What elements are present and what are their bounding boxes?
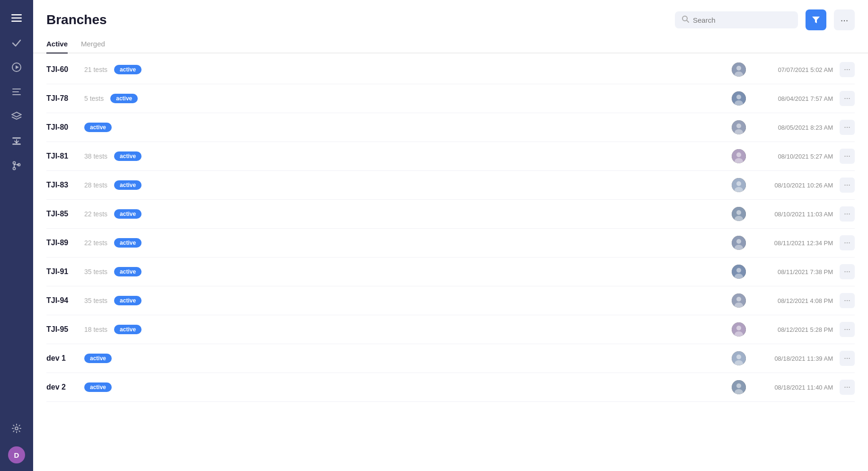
avatar bbox=[732, 91, 746, 106]
row-more-button[interactable]: ··· bbox=[840, 120, 855, 135]
row-more-button[interactable]: ··· bbox=[840, 235, 855, 250]
svg-rect-7 bbox=[12, 94, 21, 95]
status-badge: active bbox=[114, 296, 142, 305]
svg-point-54 bbox=[736, 383, 741, 388]
branch-icon[interactable] bbox=[6, 155, 27, 176]
table-row: dev 2 active 08/18/2021 11:40 AM ··· bbox=[46, 373, 855, 402]
svg-point-13 bbox=[13, 168, 16, 170]
svg-point-12 bbox=[13, 162, 16, 164]
branch-name: TJI-89 bbox=[46, 239, 80, 247]
check-icon[interactable] bbox=[6, 32, 27, 53]
table-row: TJI-78 5 tests active 08/04/2021 7:57 AM… bbox=[46, 84, 855, 113]
branch-row-right: 08/18/2021 11:40 AM ··· bbox=[732, 380, 855, 395]
svg-point-51 bbox=[736, 355, 741, 359]
svg-point-30 bbox=[736, 152, 741, 157]
branch-date: 08/10/2021 5:27 AM bbox=[753, 153, 833, 160]
import-icon[interactable] bbox=[6, 131, 27, 151]
list-icon[interactable] bbox=[6, 81, 27, 102]
branch-name: TJI-94 bbox=[46, 296, 80, 305]
avatar bbox=[732, 178, 746, 192]
row-more-button[interactable]: ··· bbox=[840, 91, 855, 106]
row-more-button[interactable]: ··· bbox=[840, 178, 855, 193]
branch-row-right: 08/11/2021 7:38 PM ··· bbox=[732, 264, 855, 279]
branch-tests: 28 tests bbox=[84, 181, 107, 189]
svg-point-27 bbox=[736, 124, 741, 128]
table-row: TJI-83 28 tests active 08/10/2021 10:26 … bbox=[46, 171, 855, 200]
more-options-button[interactable]: ··· bbox=[834, 9, 855, 30]
table-row: dev 1 active 08/18/2021 11:39 AM ··· bbox=[46, 344, 855, 373]
row-more-button[interactable]: ··· bbox=[840, 206, 855, 222]
avatar[interactable]: D bbox=[8, 446, 25, 463]
svg-point-45 bbox=[736, 297, 741, 302]
branch-date: 08/11/2021 7:38 PM bbox=[753, 268, 833, 275]
status-badge: active bbox=[84, 123, 112, 132]
branch-row-right: 08/10/2021 5:27 AM ··· bbox=[732, 149, 855, 164]
status-badge: active bbox=[114, 209, 142, 219]
svg-rect-1 bbox=[11, 18, 22, 19]
branch-name: TJI-81 bbox=[46, 152, 80, 160]
play-icon[interactable] bbox=[6, 57, 27, 78]
row-more-button[interactable]: ··· bbox=[840, 149, 855, 164]
branch-name: TJI-95 bbox=[46, 325, 80, 334]
avatar bbox=[732, 236, 746, 250]
search-input[interactable] bbox=[693, 16, 791, 24]
branch-tests: 22 tests bbox=[84, 239, 107, 247]
filter-button[interactable] bbox=[806, 9, 826, 30]
svg-rect-6 bbox=[12, 91, 19, 92]
branch-date: 08/10/2021 11:03 AM bbox=[753, 211, 833, 218]
branch-date: 08/10/2021 10:26 AM bbox=[753, 182, 833, 189]
avatar bbox=[732, 265, 746, 279]
status-badge: active bbox=[84, 382, 112, 392]
svg-rect-9 bbox=[12, 137, 21, 139]
table-row: TJI-95 18 tests active 08/12/2021 5:28 P… bbox=[46, 315, 855, 344]
branch-name: dev 2 bbox=[46, 383, 80, 391]
svg-point-24 bbox=[736, 95, 741, 99]
branch-row-right: 08/10/2021 10:26 AM ··· bbox=[732, 178, 855, 193]
branch-row-right: 08/04/2021 7:57 AM ··· bbox=[732, 91, 855, 106]
branch-row-right: 08/10/2021 11:03 AM ··· bbox=[732, 206, 855, 222]
svg-marker-4 bbox=[16, 65, 19, 69]
tab-active[interactable]: Active bbox=[46, 36, 68, 53]
branch-tests: 18 tests bbox=[84, 326, 107, 333]
layers-icon[interactable] bbox=[6, 106, 27, 127]
branch-tests: 38 tests bbox=[84, 152, 107, 160]
row-more-button[interactable]: ··· bbox=[840, 380, 855, 395]
branch-row-right: 08/12/2021 5:28 PM ··· bbox=[732, 322, 855, 337]
avatar bbox=[732, 149, 746, 163]
svg-rect-5 bbox=[12, 89, 21, 89]
branch-date: 08/05/2021 8:23 AM bbox=[753, 124, 833, 131]
avatar bbox=[732, 293, 746, 308]
avatar bbox=[732, 62, 746, 77]
row-more-button[interactable]: ··· bbox=[840, 62, 855, 77]
settings-icon[interactable] bbox=[6, 418, 27, 439]
status-badge: active bbox=[114, 267, 142, 276]
svg-point-21 bbox=[736, 66, 741, 71]
row-more-button[interactable]: ··· bbox=[840, 322, 855, 337]
branch-tests: 21 tests bbox=[84, 66, 107, 73]
row-more-button[interactable]: ··· bbox=[840, 293, 855, 308]
status-badge: active bbox=[114, 238, 142, 248]
svg-marker-8 bbox=[12, 112, 21, 117]
row-more-button[interactable]: ··· bbox=[840, 264, 855, 279]
table-row: TJI-80 active 08/05/2021 8:23 AM ··· bbox=[46, 113, 855, 142]
avatar bbox=[732, 351, 746, 365]
tab-merged[interactable]: Merged bbox=[81, 36, 105, 53]
branch-row-right: 08/11/2021 12:34 PM ··· bbox=[732, 235, 855, 250]
status-badge: active bbox=[114, 151, 142, 161]
branch-date: 08/18/2021 11:39 AM bbox=[753, 355, 833, 362]
main-content: Branches ··· Active Merged TJI-60 21 tes… bbox=[33, 0, 868, 471]
menu-icon[interactable] bbox=[6, 8, 27, 28]
row-more-button[interactable]: ··· bbox=[840, 351, 855, 366]
branch-date: 08/11/2021 12:34 PM bbox=[753, 240, 833, 247]
header: Branches ··· bbox=[33, 0, 868, 36]
table-row: TJI-94 35 tests active 08/12/2021 4:08 P… bbox=[46, 286, 855, 315]
svg-rect-2 bbox=[11, 21, 22, 22]
tabs-bar: Active Merged bbox=[33, 36, 868, 53]
branch-row-right: 07/07/2021 5:02 AM ··· bbox=[732, 62, 855, 77]
table-row: TJI-85 22 tests active 08/10/2021 11:03 … bbox=[46, 200, 855, 229]
table-row: TJI-81 38 tests active 08/10/2021 5:27 A… bbox=[46, 142, 855, 171]
status-badge: active bbox=[84, 354, 112, 363]
branch-name: TJI-85 bbox=[46, 210, 80, 218]
table-row: TJI-89 22 tests active 08/11/2021 12:34 … bbox=[46, 229, 855, 258]
branch-name: TJI-60 bbox=[46, 65, 80, 74]
